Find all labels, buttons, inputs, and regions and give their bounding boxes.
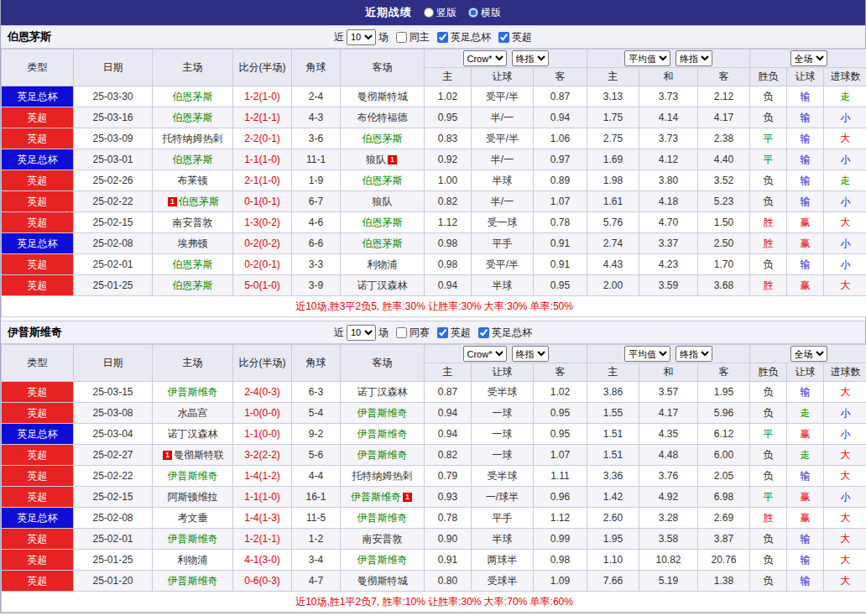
bookmaker-away-odds: 0.99: [534, 529, 587, 550]
average-home-odds: 5.76: [587, 212, 639, 233]
competition-checkbox[interactable]: [437, 327, 448, 338]
bookmaker-home-odds: 0.94: [425, 275, 472, 296]
average-draw-odds: 4.14: [639, 107, 698, 128]
corner-score: 4-3: [292, 107, 341, 128]
home-team-cell: 利物浦: [153, 550, 233, 571]
match-score: 5-0(1-0): [233, 275, 292, 296]
average-select[interactable]: 平均值: [624, 50, 670, 66]
bookmaker-handicap: 两球半: [472, 550, 534, 571]
final-odds-select[interactable]: 终指: [676, 50, 712, 66]
final-odds-select[interactable]: 终指: [512, 346, 549, 362]
bookmaker-away-odds: 0.95: [534, 403, 587, 424]
average-home-odds: 1.51: [587, 424, 639, 445]
result-handicap: 输: [787, 191, 824, 212]
match-date: 25-02-01: [74, 529, 153, 550]
match-row: 英超25-02-15阿斯顿维拉1-1(1-0)16-1伊普斯维奇10.93一/球…: [2, 487, 866, 508]
team-section-bournemouth: 伯恩茅斯 近 10 场 同主 英足总杯 英超 类型: [1, 25, 865, 317]
team-name: 曼彻斯特联: [174, 449, 224, 461]
bookmaker-home-odds: 0.91: [425, 550, 472, 571]
match-row: 英超25-02-26布莱顿2-1(1-0)1-9伯恩茅斯1.00半球0.891.…: [2, 170, 866, 191]
corner-score: 6-7: [292, 191, 341, 212]
recent-results-page: 近期战绩 竖版 横版 伯恩茅斯 近 10 场 同主 英足总杯 英超: [0, 0, 866, 613]
red-card-icon: 1: [388, 155, 397, 164]
team-name: 伊普斯维奇: [357, 428, 408, 440]
match-score: 1-4(1-2): [233, 466, 292, 487]
bookmaker-handicap: 一/球半: [472, 487, 534, 508]
match-row: 英超25-03-16伯恩茅斯1-2(1-1)4-3布伦特福德0.95半/一0.9…: [2, 107, 866, 128]
home-team-cell: 阿斯顿维拉: [153, 487, 233, 508]
home-team-cell: 伊普斯维奇: [153, 571, 233, 592]
topbar: 近期战绩 竖版 横版: [1, 0, 865, 25]
competition-checkbox[interactable]: [437, 32, 448, 43]
bookmaker-handicap: 半球: [472, 170, 534, 191]
average-home-odds: 1.69: [587, 149, 639, 170]
match-count-select[interactable]: 10: [347, 29, 376, 45]
bookmaker-select[interactable]: Crow*: [463, 50, 507, 66]
result-goals: 小: [824, 107, 866, 128]
away-team-cell: 狼队1: [341, 149, 425, 170]
subcol-average-draw: 和: [639, 68, 698, 86]
scope-select[interactable]: 全场: [790, 50, 827, 66]
corner-score: 1-2: [292, 529, 341, 550]
same-filter-checkbox[interactable]: [396, 32, 407, 43]
match-row: 英足总杯25-03-30伯恩茅斯1-2(1-0)2-4曼彻斯特城1.02受平/半…: [2, 86, 866, 107]
bookmaker-home-odds: 1.00: [425, 170, 472, 191]
team-name: 托特纳姆热刺: [352, 470, 413, 482]
team-name: 埃弗顿: [178, 238, 208, 249]
result-handicap: 输: [787, 571, 824, 592]
match-date: 25-02-08: [74, 508, 153, 529]
average-away-odds: 1.70: [698, 254, 750, 275]
layout-option-vertical[interactable]: 竖版: [424, 6, 456, 20]
team-name: 伊普斯维奇: [357, 554, 408, 566]
subcol-average-draw: 和: [639, 363, 698, 382]
match-date: 25-01-25: [74, 275, 153, 296]
competition-badge: 英超: [2, 571, 74, 592]
bookmaker-away-odds: 0.91: [534, 233, 587, 254]
horizontal-layout-radio[interactable]: [468, 8, 478, 18]
average-select[interactable]: 平均值: [624, 346, 670, 362]
bookmaker-select[interactable]: Crow*: [463, 346, 507, 362]
average-away-odds: 2.38: [698, 128, 750, 149]
average-draw-odds: 4.17: [639, 403, 698, 424]
match-score: 2-2(0-1): [233, 128, 292, 149]
subcol-bookmaker-handicap: 让球: [472, 363, 534, 382]
match-score: 0-2(0-2): [233, 233, 292, 254]
same-filter-checkbox[interactable]: [396, 327, 407, 338]
competition-badge: 英超: [2, 275, 74, 296]
average-home-odds: 3.86: [587, 382, 639, 403]
layout-option-horizontal[interactable]: 横版: [468, 6, 501, 20]
bookmaker-home-odds: 0.93: [425, 487, 472, 508]
average-away-odds: 5.23: [698, 191, 750, 212]
competition-checkbox[interactable]: [478, 327, 489, 338]
average-draw-odds: 3.73: [639, 86, 698, 107]
bookmaker-handicap: 一球: [472, 445, 534, 466]
match-date: 25-02-22: [74, 466, 153, 487]
result-handicap: 输: [787, 149, 824, 170]
competition-checkbox[interactable]: [498, 32, 509, 43]
corner-score: 3-9: [292, 275, 341, 296]
competition-badge: 英超: [2, 170, 74, 191]
average-home-odds: 2.74: [587, 233, 639, 254]
subcol-bookmaker-away: 客: [534, 363, 587, 382]
team-name: 利物浦: [178, 554, 208, 566]
bookmaker-handicap: 半/一: [472, 191, 534, 212]
subcol-average-away: 客: [698, 363, 750, 382]
bookmaker-away-odds: 1.07: [534, 191, 587, 212]
final-odds-select[interactable]: 终指: [512, 50, 549, 66]
result-outcome: 胜: [750, 233, 787, 254]
section-header-bar: 伯恩茅斯 近 10 场 同主 英足总杯 英超: [1, 25, 865, 49]
vertical-layout-radio[interactable]: [424, 8, 434, 18]
match-count-select[interactable]: 10: [347, 325, 376, 341]
away-team-cell: 托特纳姆热刺: [341, 466, 425, 487]
bookmaker-handicap: 平手: [472, 233, 534, 254]
final-odds-select[interactable]: 终指: [676, 346, 712, 362]
match-row: 英超25-02-01伊普斯维奇1-2(1-1)1-2南安普敦0.90半球0.99…: [2, 529, 866, 550]
scope-select[interactable]: 全场: [790, 346, 827, 362]
result-outcome: 负: [750, 466, 787, 487]
bookmaker-handicap: 受球半: [472, 571, 534, 592]
average-home-odds: 1.51: [587, 445, 639, 466]
corner-score: 9-2: [292, 424, 341, 445]
result-outcome: 负: [750, 86, 787, 107]
average-away-odds: 1.38: [698, 571, 750, 592]
filter-controls: 近 10 场 同主 英足总杯 英超: [334, 29, 532, 45]
